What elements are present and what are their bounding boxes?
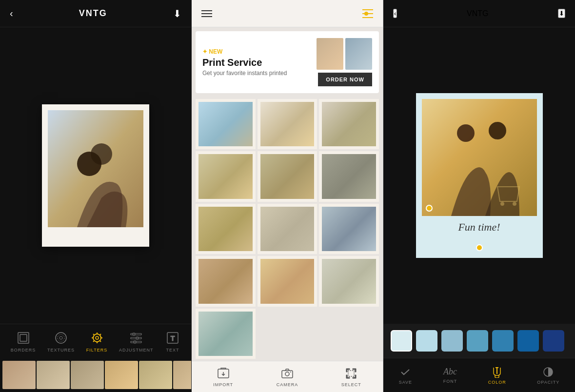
dot-handle-left[interactable] xyxy=(426,205,433,212)
grid-photo-8[interactable] xyxy=(319,204,379,254)
svg-rect-21 xyxy=(133,333,135,335)
nav-camera[interactable]: CAMERA xyxy=(277,367,298,387)
mini-photo-1 xyxy=(317,38,343,70)
borders-label: BORDERS xyxy=(11,348,36,353)
svg-point-2 xyxy=(77,152,101,176)
select-icon xyxy=(344,367,358,380)
print-banner-right: ORDER NOW xyxy=(317,38,372,86)
tool-text[interactable]: T TEXT xyxy=(165,330,180,353)
textures-label: TEXTURES xyxy=(47,348,75,353)
svg-rect-22 xyxy=(136,337,139,339)
nav-import[interactable]: IMPORT xyxy=(213,367,233,387)
hamburger-line-1 xyxy=(201,10,212,11)
photo-area-right xyxy=(422,99,537,216)
photo-area-left xyxy=(48,110,143,227)
right-download-button[interactable]: ⬇ xyxy=(558,9,565,18)
tool-adjustment[interactable]: ADJUSTMENT xyxy=(119,330,154,353)
tool-icons-row: BORDERS TEXTURES xyxy=(0,324,191,358)
camera-label: CAMERA xyxy=(277,382,298,387)
grid-photo-9[interactable] xyxy=(196,256,256,306)
grid-photo-0[interactable]: Love xyxy=(196,99,256,149)
svg-point-6 xyxy=(58,334,64,341)
select-label: SELECT xyxy=(341,382,361,387)
order-now-button[interactable]: ORDER NOW xyxy=(318,73,372,86)
thumbnail-2[interactable] xyxy=(37,361,70,389)
middle-bottom-nav: IMPORT CAMERA xyxy=(192,361,383,392)
svg-point-9 xyxy=(96,336,99,339)
mini-photo-2-bg xyxy=(345,38,372,70)
adjustment-label: ADJUSTMENT xyxy=(119,348,154,353)
print-banner: ✦ NEW Print Service Get your favorite in… xyxy=(196,31,379,93)
dot-handle-right[interactable] xyxy=(476,244,483,251)
svg-line-15 xyxy=(100,341,101,342)
photo-stack xyxy=(317,38,372,70)
right-top-bar: ‹ VNTG ⬇ xyxy=(383,0,575,27)
svg-point-32 xyxy=(457,124,475,142)
grid-photo-12[interactable] xyxy=(196,309,256,359)
left-canvas xyxy=(0,27,191,324)
thumbnail-3[interactable] xyxy=(71,361,104,389)
svg-point-5 xyxy=(56,333,66,343)
svg-line-17 xyxy=(93,341,94,342)
svg-point-33 xyxy=(489,122,506,139)
grid-photo-7[interactable] xyxy=(258,204,317,254)
thumbnail-1[interactable] xyxy=(2,361,36,389)
grid-photo-2[interactable]: Fashion xyxy=(319,99,379,149)
filter-sort-icon[interactable] xyxy=(362,9,373,18)
opacity-icon xyxy=(542,366,554,378)
svg-rect-23 xyxy=(134,341,136,343)
thumbnail-6[interactable] xyxy=(173,361,191,389)
tool-textures[interactable]: TEXTURES xyxy=(47,330,75,353)
svg-point-28 xyxy=(285,372,289,376)
hamburger-menu[interactable] xyxy=(201,10,212,17)
action-color[interactable]: COLOR xyxy=(488,366,506,385)
swatch-0[interactable] xyxy=(391,330,412,352)
svg-rect-18 xyxy=(131,333,141,335)
svg-line-14 xyxy=(93,334,94,335)
left-top-bar: ‹ VNTG ⬇ xyxy=(0,0,191,27)
svg-point-34 xyxy=(500,202,504,206)
swatch-2[interactable] xyxy=(441,330,463,352)
tool-borders[interactable]: BORDERS xyxy=(11,330,36,353)
color-label: COLOR xyxy=(488,380,506,385)
grid-photo-5[interactable] xyxy=(319,151,379,201)
banner-title: Print Service xyxy=(202,57,311,68)
action-save[interactable]: SAVE xyxy=(399,366,412,385)
thumbnail-5[interactable] xyxy=(139,361,172,389)
grid-photo-6[interactable] xyxy=(196,204,256,254)
save-label: SAVE xyxy=(399,380,412,385)
svg-rect-4 xyxy=(20,334,27,341)
save-icon xyxy=(399,366,411,378)
grid-photo-4[interactable] xyxy=(258,151,317,201)
grid-photo-11[interactable] xyxy=(319,256,379,306)
svg-line-16 xyxy=(100,334,101,335)
hamburger-line-2 xyxy=(201,13,212,14)
thumbnail-4[interactable] xyxy=(105,361,138,389)
middle-panel: ✦ NEW Print Service Get your favorite in… xyxy=(192,0,383,392)
swatch-5[interactable] xyxy=(517,330,539,352)
grid-photo-1[interactable] xyxy=(258,99,317,149)
action-font[interactable]: Abc FONT xyxy=(443,367,457,384)
left-download-button[interactable]: ⬇ xyxy=(173,8,181,20)
grid-photo-10[interactable] xyxy=(258,256,317,306)
nav-select[interactable]: SELECT xyxy=(341,367,361,387)
swatch-3[interactable] xyxy=(467,330,488,352)
right-canvas: Fun time! xyxy=(383,27,575,324)
right-back-button[interactable]: ‹ xyxy=(393,9,397,18)
caption-text[interactable]: Fun time! xyxy=(422,221,537,234)
swatch-6[interactable] xyxy=(543,330,564,352)
action-opacity[interactable]: OPACITY xyxy=(537,366,559,385)
photo-grid: Love Fashion xyxy=(192,97,383,361)
swatch-4[interactable] xyxy=(492,330,514,352)
hamburger-line-3 xyxy=(201,16,212,17)
textures-icon xyxy=(53,330,69,346)
right-app-title: VNTG xyxy=(467,9,488,18)
swatch-1[interactable] xyxy=(416,330,437,352)
photo-right-svg xyxy=(422,99,537,216)
tool-filters[interactable]: FILTERS xyxy=(86,330,107,353)
left-back-button[interactable]: ‹ xyxy=(10,8,13,19)
thumbnails-row xyxy=(0,358,191,392)
grid-photo-3[interactable] xyxy=(196,151,256,201)
adjustment-icon xyxy=(128,330,144,346)
polaroid-right: Fun time! xyxy=(416,93,543,258)
